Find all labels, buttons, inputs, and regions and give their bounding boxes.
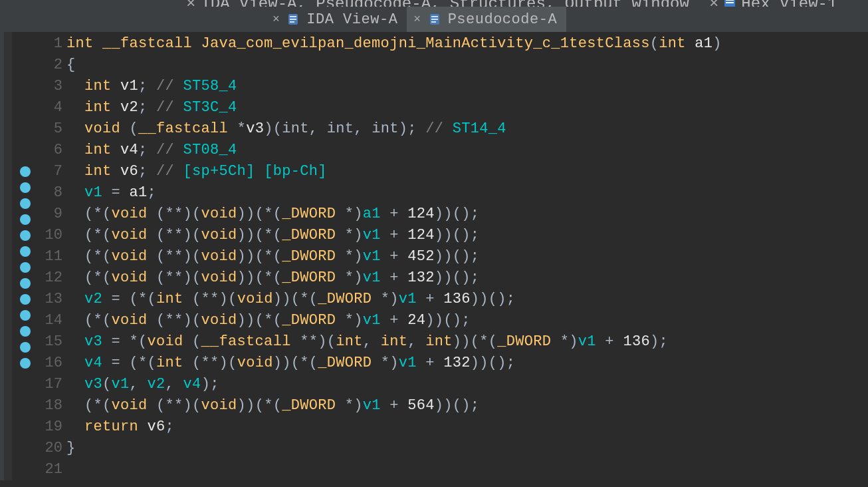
breakpoint-dot[interactable] xyxy=(20,310,31,321)
breakpoint-dot[interactable] xyxy=(20,39,31,49)
line-number: 6 xyxy=(33,140,62,161)
top-tab-group[interactable]: × IDA View-A, Pseudocode-A, Structures, … xyxy=(186,0,689,7)
tab-ida-view[interactable]: × IDA View-A xyxy=(266,7,407,32)
hex-icon xyxy=(724,0,736,7)
line-number: 10 xyxy=(33,225,62,246)
tab-label: IDA View-A xyxy=(306,11,397,28)
line-number: 3 xyxy=(33,76,62,97)
line-number: 17 xyxy=(33,374,62,395)
line-number: 14 xyxy=(33,310,62,331)
svg-rect-9 xyxy=(431,19,438,20)
line-number: 5 xyxy=(33,118,62,140)
code-line[interactable]: (*(void (**)(void))(*(_DWORD *)a1 + 124)… xyxy=(66,204,722,225)
code-line[interactable]: v3(v1, v2, v4); xyxy=(66,374,722,395)
code-line[interactable]: int v2; // ST3C_4 xyxy=(66,97,722,118)
code-line[interactable]: void (__fastcall *v3)(int, int, int); //… xyxy=(66,118,722,140)
line-number: 18 xyxy=(33,395,62,416)
code-line[interactable]: v4 = (*(int (**)(void))(*(_DWORD *)v1 + … xyxy=(66,353,722,374)
line-number: 21 xyxy=(33,459,62,480)
line-number: 16 xyxy=(33,353,62,374)
breakpoint-dot[interactable] xyxy=(20,166,31,177)
code-line[interactable]: (*(void (**)(void))(*(_DWORD *)v1 + 564)… xyxy=(66,395,722,416)
breakpoint-dot[interactable] xyxy=(20,134,31,145)
breakpoint-dot[interactable] xyxy=(20,278,31,289)
svg-rect-6 xyxy=(290,21,294,23)
line-number: 7 xyxy=(33,161,62,182)
breakpoint-dot[interactable] xyxy=(20,102,31,113)
line-number: 19 xyxy=(33,416,62,438)
code-area[interactable]: int __fastcall Java_com_evilpan_demojni_… xyxy=(66,33,722,480)
code-line[interactable]: (*(void (**)(void))(*(_DWORD *)v1 + 24))… xyxy=(66,310,722,331)
code-line[interactable]: int __fastcall Java_com_evilpan_demojni_… xyxy=(66,33,722,55)
line-number: 8 xyxy=(33,182,62,204)
line-number: 1 xyxy=(33,33,62,55)
top-tab-hex[interactable]: × Hex View-1 xyxy=(709,0,837,7)
sub-tab-bar: × IDA View-A × Pseudocode-A xyxy=(0,7,868,32)
svg-rect-0 xyxy=(724,0,735,7)
line-number: 2 xyxy=(33,55,62,76)
breakpoint-dot[interactable] xyxy=(20,358,31,369)
line-number: 12 xyxy=(33,267,62,289)
line-number: 9 xyxy=(33,204,62,225)
code-line[interactable]: v1 = a1; xyxy=(66,182,722,204)
svg-rect-1 xyxy=(726,0,734,1)
svg-rect-4 xyxy=(290,16,296,17)
document-icon xyxy=(428,13,441,26)
breakpoint-dot[interactable] xyxy=(20,246,31,257)
svg-rect-2 xyxy=(726,2,734,3)
line-number: 4 xyxy=(33,97,62,118)
close-icon[interactable]: × xyxy=(709,0,718,7)
code-editor[interactable]: 123456789101112131415161718192021 int __… xyxy=(12,32,722,480)
tab-hex-label: Hex View-1 xyxy=(741,0,837,7)
breakpoint-dot[interactable] xyxy=(20,118,31,129)
line-number: 13 xyxy=(33,289,62,310)
svg-rect-8 xyxy=(431,16,438,17)
breakpoint-dot[interactable] xyxy=(20,342,31,353)
breakpoint-dot[interactable] xyxy=(20,198,31,209)
breakpoint-dot[interactable] xyxy=(20,214,31,225)
code-line[interactable]: v3 = *(void (__fastcall **)(int, int, in… xyxy=(66,331,722,353)
code-line[interactable]: (*(void (**)(void))(*(_DWORD *)v1 + 132)… xyxy=(66,267,722,289)
breakpoint-dot[interactable] xyxy=(20,150,31,161)
line-number: 15 xyxy=(33,331,62,353)
tab-label: Pseudocode-A xyxy=(448,11,557,28)
svg-rect-10 xyxy=(431,21,436,23)
breakpoint-dot[interactable] xyxy=(20,71,31,81)
breakpoint-dot[interactable] xyxy=(20,182,31,193)
tab-pseudocode[interactable]: × Pseudocode-A xyxy=(407,7,566,32)
line-numbers: 123456789101112131415161718192021 xyxy=(33,33,66,480)
code-line[interactable]: return v6; xyxy=(66,416,722,438)
breakpoint-dot[interactable] xyxy=(20,55,31,65)
breakpoint-dot[interactable] xyxy=(20,262,31,273)
code-line[interactable]: (*(void (**)(void))(*(_DWORD *)v1 + 452)… xyxy=(66,246,722,267)
close-icon[interactable]: × xyxy=(186,0,195,7)
top-tab-bar: × IDA View-A, Pseudocode-A, Structures, … xyxy=(0,0,868,7)
line-number: 11 xyxy=(33,246,62,267)
breakpoint-dot[interactable] xyxy=(20,294,31,305)
svg-rect-5 xyxy=(290,19,296,20)
breakpoint-gutter[interactable] xyxy=(17,33,33,480)
tab-group-label: IDA View-A, Pseudocode-A, Structures, Ou… xyxy=(201,0,689,7)
gutter-strip xyxy=(4,32,12,480)
code-line[interactable]: { xyxy=(66,55,722,76)
close-icon[interactable]: × xyxy=(272,13,280,26)
code-line[interactable]: int v6; // [sp+5Ch] [bp-Ch] xyxy=(66,161,722,182)
code-line[interactable]: int v4; // ST08_4 xyxy=(66,140,722,161)
breakpoint-dot[interactable] xyxy=(20,86,31,97)
breakpoint-dot[interactable] xyxy=(20,326,31,337)
close-icon[interactable]: × xyxy=(413,13,421,26)
breakpoint-dot[interactable] xyxy=(20,230,31,241)
document-icon xyxy=(286,13,300,26)
code-line[interactable]: int v1; // ST58_4 xyxy=(66,76,722,97)
code-line[interactable]: (*(void (**)(void))(*(_DWORD *)v1 + 124)… xyxy=(66,225,722,246)
code-line[interactable]: v2 = (*(int (**)(void))(*(_DWORD *)v1 + … xyxy=(66,289,722,310)
line-number: 20 xyxy=(33,438,62,459)
code-line[interactable]: } xyxy=(66,438,722,459)
